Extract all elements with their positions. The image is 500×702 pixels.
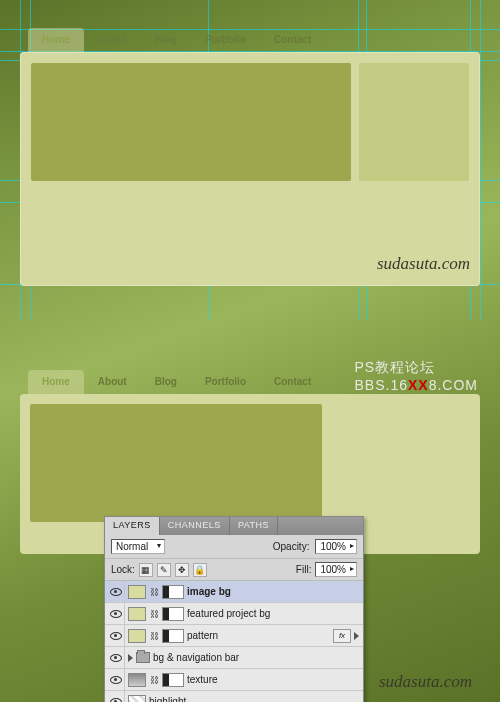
visibility-icon[interactable] bbox=[110, 610, 122, 618]
layer-row-highlight[interactable]: highlight bbox=[105, 691, 363, 702]
layer-name: featured project bg bbox=[187, 608, 270, 619]
visibility-icon[interactable] bbox=[110, 654, 122, 662]
layer-name: bg & navigation bar bbox=[153, 652, 239, 663]
fx-expand-icon[interactable] bbox=[354, 632, 359, 640]
lock-transparency-icon[interactable]: ▦ bbox=[139, 563, 153, 577]
nav-item-blog[interactable]: Blog bbox=[141, 370, 191, 394]
layer-name: pattern bbox=[187, 630, 218, 641]
lock-pixels-icon[interactable]: ✎ bbox=[157, 563, 171, 577]
visibility-icon[interactable] bbox=[110, 632, 122, 640]
fx-badge[interactable]: fx bbox=[333, 629, 351, 643]
vector-mask-thumbnail bbox=[162, 607, 184, 621]
visibility-icon[interactable] bbox=[110, 676, 122, 684]
link-icon: ⛓ bbox=[149, 587, 159, 597]
nav-item-about[interactable]: About bbox=[84, 370, 141, 394]
blend-opacity-row: Normal Opacity: 100% bbox=[105, 535, 363, 559]
link-icon: ⛓ bbox=[149, 675, 159, 685]
nav-item-contact[interactable]: Contact bbox=[260, 28, 325, 52]
fill-label: Fill: bbox=[296, 564, 312, 575]
layer-name: texture bbox=[187, 674, 218, 685]
watermark: sudasuta.com bbox=[379, 672, 472, 692]
link-icon: ⛓ bbox=[149, 631, 159, 641]
layer-name: highlight bbox=[149, 696, 186, 702]
layer-thumbnail bbox=[128, 695, 146, 703]
nav-item-about[interactable]: About bbox=[84, 28, 141, 52]
content-panel bbox=[20, 52, 480, 286]
lock-fill-row: Lock: ▦ ✎ ✥ 🔒 Fill: 100% bbox=[105, 559, 363, 581]
layer-row-featured-project-bg[interactable]: ⛓ featured project bg bbox=[105, 603, 363, 625]
opacity-label: Opacity: bbox=[273, 541, 310, 552]
layer-row-pattern[interactable]: ⛓ pattern fx bbox=[105, 625, 363, 647]
guide-vertical bbox=[480, 0, 481, 320]
nav-bar: Home About Blog Portfolio Contact bbox=[20, 370, 480, 394]
image-bg-block bbox=[30, 404, 322, 522]
website-mockup-top: Home About Blog Portfolio Contact bbox=[20, 28, 480, 286]
vector-mask-thumbnail bbox=[162, 673, 184, 687]
vector-mask-thumbnail bbox=[162, 585, 184, 599]
layer-row-texture[interactable]: ⛓ texture bbox=[105, 669, 363, 691]
layer-thumbnail bbox=[128, 629, 146, 643]
lock-label: Lock: bbox=[111, 564, 135, 575]
nav-item-home[interactable]: Home bbox=[28, 28, 84, 52]
watermark: sudasuta.com bbox=[377, 254, 470, 274]
panel-tabs: LAYERS CHANNELS PATHS bbox=[105, 517, 363, 535]
layer-row-bg-navigation-group[interactable]: bg & navigation bar bbox=[105, 647, 363, 669]
visibility-icon[interactable] bbox=[110, 588, 122, 596]
featured-project-block bbox=[359, 63, 469, 181]
tab-paths[interactable]: PATHS bbox=[230, 517, 278, 535]
layer-thumbnail bbox=[128, 607, 146, 621]
vector-mask-thumbnail bbox=[162, 629, 184, 643]
nav-item-portfolio[interactable]: Portfolio bbox=[191, 370, 260, 394]
nav-item-home[interactable]: Home bbox=[28, 370, 84, 394]
layer-list: ⛓ image bg ⛓ featured project bg ⛓ patte… bbox=[105, 581, 363, 702]
blend-mode-select[interactable]: Normal bbox=[111, 539, 165, 554]
tab-channels[interactable]: CHANNELS bbox=[160, 517, 230, 535]
nav-item-portfolio[interactable]: Portfolio bbox=[191, 28, 260, 52]
nav-item-blog[interactable]: Blog bbox=[141, 28, 191, 52]
folder-icon bbox=[136, 652, 150, 663]
tab-layers[interactable]: LAYERS bbox=[105, 517, 160, 535]
layer-thumbnail bbox=[128, 585, 146, 599]
lock-all-icon[interactable]: 🔒 bbox=[193, 563, 207, 577]
layer-thumbnail bbox=[128, 673, 146, 687]
group-expand-icon[interactable] bbox=[128, 654, 133, 662]
visibility-icon[interactable] bbox=[110, 698, 122, 703]
nav-bar: Home About Blog Portfolio Contact bbox=[20, 28, 480, 52]
link-icon: ⛓ bbox=[149, 609, 159, 619]
layers-panel: LAYERS CHANNELS PATHS Normal Opacity: 10… bbox=[104, 516, 364, 702]
layer-row-image-bg[interactable]: ⛓ image bg bbox=[105, 581, 363, 603]
nav-item-contact[interactable]: Contact bbox=[260, 370, 325, 394]
layer-name: image bg bbox=[187, 586, 231, 597]
fill-value[interactable]: 100% bbox=[315, 562, 357, 577]
lock-position-icon[interactable]: ✥ bbox=[175, 563, 189, 577]
opacity-value[interactable]: 100% bbox=[315, 539, 357, 554]
image-bg-block bbox=[31, 63, 351, 181]
